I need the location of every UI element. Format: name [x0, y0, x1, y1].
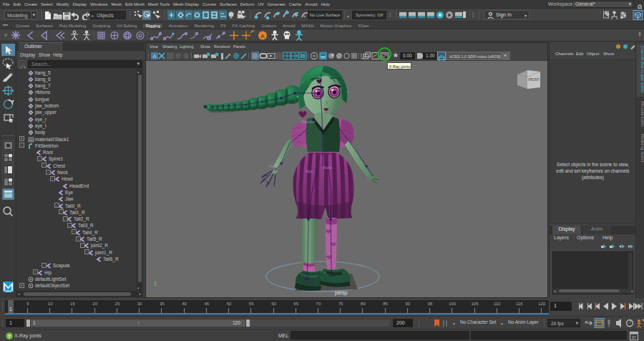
svg-text:A: A	[260, 33, 265, 39]
svg-text:A: A	[152, 53, 157, 59]
svg-text:persp: persp	[335, 290, 348, 296]
svg-text:MAYA: MAYA	[5, 290, 11, 293]
svg-text:Shoulder: Shoulder	[301, 120, 316, 124]
svg-text:FRONT: FRONT	[528, 78, 540, 82]
svg-text:Hips: Hips	[306, 169, 313, 173]
svg-text:Root: Root	[323, 165, 331, 170]
svg-text:?: ?	[8, 334, 11, 339]
svg-text:Hand: Hand	[269, 164, 278, 168]
